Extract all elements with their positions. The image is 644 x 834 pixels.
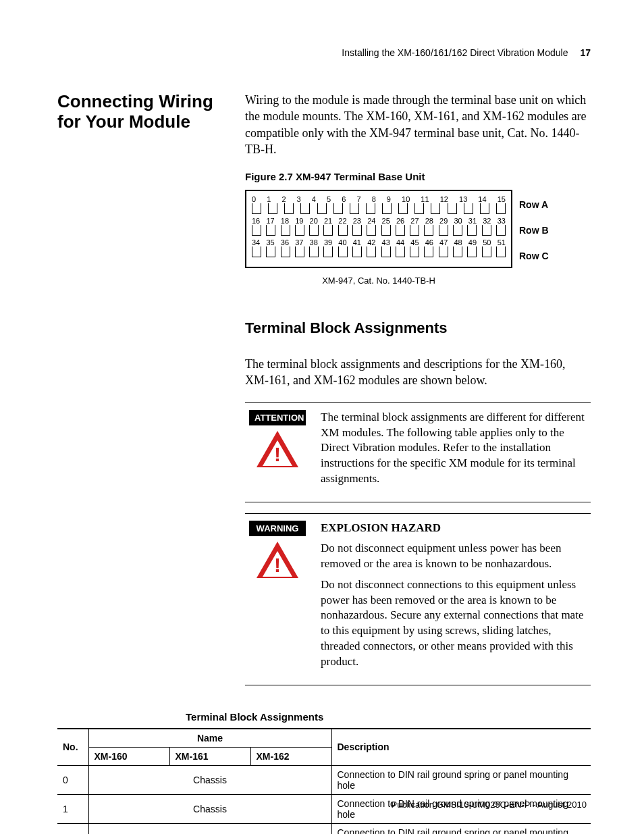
terminal-slot [453,225,462,236]
terminal-slot [424,246,433,257]
terminal-slot [295,225,304,236]
terminal-slot [496,203,506,214]
terminal-slot [396,246,405,257]
terminal-slot [338,225,348,236]
figure-sub-caption: XM-947, Cat. No. 1440-TB-H [245,276,512,286]
terminal-number: 2 [281,195,286,203]
terminal-slot [448,203,457,214]
terminal-slot [352,246,362,257]
th-xm162: XM-162 [250,747,331,765]
terminal-slot [439,225,448,236]
table-title: Terminal Block Assignments [186,711,591,723]
terminal-number: 43 [382,238,390,246]
terminal-number: 14 [478,195,486,203]
terminal-number: 10 [402,195,410,203]
terminal-number: 20 [310,217,318,225]
cell-desc: Connection to DIN rail ground spring or … [331,823,591,834]
page-number: 17 [580,47,591,58]
terminal-slot [480,203,489,214]
attention-badge: ATTENTION [249,410,306,425]
terminal-number: 5 [327,195,331,203]
cell-name: Chassis [88,823,331,834]
terminal-number: 22 [338,217,346,225]
terminal-slot [300,203,310,214]
terminal-block-table: No. Name Description XM-160 XM-161 XM-16… [57,728,591,835]
th-desc: Description [331,729,591,766]
terminal-number: 26 [396,217,404,225]
figure-row-label-a: Row A [519,192,549,217]
terminal-number: 50 [483,238,491,246]
terminal-slot [367,225,376,236]
terminal-slot [496,225,506,236]
warning-triangle-icon: ! [257,542,298,578]
th-xm160: XM-160 [88,747,169,765]
terminal-number: 40 [338,238,346,246]
terminal-number: 16 [252,217,260,225]
terminal-number: 33 [498,217,506,225]
terminal-slot [398,203,408,214]
terminal-slot [295,246,304,257]
terminal-number: 42 [367,238,375,246]
terminal-number: 15 [498,195,506,203]
figure-terminal-base: 0123456789101112131415 16171819202122232… [245,189,591,269]
th-name-group: Name [88,729,331,748]
terminal-number: 24 [367,217,375,225]
terminal-slot [252,203,261,214]
terminal-number: 32 [483,217,491,225]
terminal-slot [464,203,473,214]
cell-name: Chassis [88,765,331,794]
terminal-slot [467,225,477,236]
section-side-heading: Connecting Wiring for Your Module [57,92,233,132]
terminal-slot [268,203,277,214]
terminal-slot [410,246,419,257]
terminal-slot [323,246,333,257]
terminal-number: 36 [281,238,289,246]
cell-name: Chassis [88,794,331,823]
terminal-slot [453,246,462,257]
warning-p1: Do not disconnect equipment unless power… [321,541,591,572]
terminal-slot [333,203,343,214]
terminal-slot [424,225,433,236]
terminal-slot [284,203,294,214]
terminal-number: 8 [372,195,376,203]
terminal-slot [467,246,477,257]
warning-badge: WARNING [249,521,306,536]
terminal-number: 35 [266,238,274,246]
terminal-slot [367,246,376,257]
cell-no: 0 [57,765,88,794]
table-row: 0ChassisConnection to DIN rail ground sp… [57,765,591,794]
terminal-slot [252,225,261,236]
terminal-number: 17 [266,217,274,225]
warning-p2: Do not disconnect connections to this eq… [321,577,591,670]
section-intro: Wiring to the module is made through the… [245,92,591,157]
cell-desc: Connection to DIN rail ground spring or … [331,765,591,794]
terminal-slot [266,246,275,257]
terminal-number: 21 [324,217,332,225]
terminal-number: 3 [297,195,301,203]
terminal-slot [309,225,319,236]
attention-text: The terminal block assignments are diffe… [321,410,591,487]
cell-no: 2 [57,823,88,834]
terminal-number: 49 [468,238,477,246]
terminal-number: 30 [454,217,462,225]
terminal-slot [396,225,405,236]
attention-callout: ATTENTION ! The terminal block assignmen… [245,402,591,502]
terminal-slot [281,225,290,236]
figure-row-label-b: Row B [519,217,549,243]
terminal-slot [410,225,419,236]
terminal-number: 31 [468,217,477,225]
terminal-number: 41 [353,238,361,246]
terminal-slot [382,203,392,214]
figure-caption: Figure 2.7 XM-947 Terminal Base Unit [245,171,591,182]
terminal-number: 27 [410,217,419,225]
terminal-slot [350,203,359,214]
terminal-number: 47 [439,238,448,246]
terminal-number: 9 [387,195,391,203]
terminal-number: 19 [295,217,303,225]
th-xm161: XM-161 [169,747,250,765]
terminal-slot [352,225,362,236]
terminal-number: 6 [342,195,346,203]
terminal-number: 4 [312,195,316,203]
terminal-slot [439,246,448,257]
terminal-number: 1 [267,195,271,203]
